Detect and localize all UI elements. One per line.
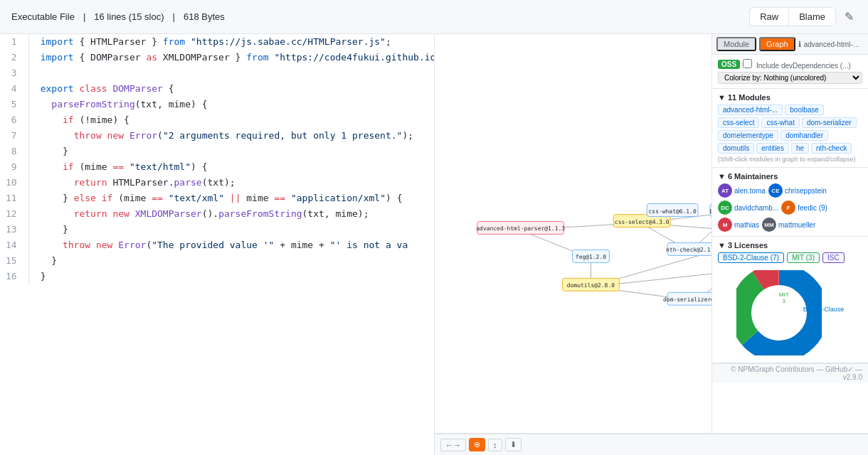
line-code: if (!mime) { [28, 112, 434, 128]
module-tag[interactable]: boolbase [785, 105, 824, 115]
maintainers-title[interactable]: ▼ 6 Maintainers [718, 172, 862, 181]
line-number: 4 [0, 81, 28, 97]
maintainer[interactable]: Mmathias [718, 218, 759, 232]
table-row: 4export class DOMParser { [0, 81, 434, 97]
line-number: 5 [0, 97, 28, 112]
devdeps-label[interactable]: Include devDependencies (...) [743, 59, 851, 70]
file-size: 618 Bytes [184, 11, 225, 22]
license-tags: BSD-2-Clause (7)MIT (3)ISC [718, 252, 862, 263]
table-row: 14 throw new Error("The provided value '… [0, 237, 434, 253]
blame-button[interactable]: Blame [788, 7, 836, 26]
line-number: 7 [0, 128, 28, 144]
line-number: 10 [0, 175, 28, 191]
module-tag[interactable]: entities [756, 143, 789, 154]
line-code: } else if (mime == "text/xml" || mime ==… [28, 191, 434, 206]
table-row: 9 if (mime == "text/html") { [0, 159, 434, 175]
table-row: 7 throw new Error("2 arguments required,… [0, 128, 434, 144]
donut-chart-container: MIT3 BSD-2-Clause [718, 267, 862, 358]
module-tag[interactable]: he [791, 143, 809, 154]
graph-area[interactable]: advanced-html-parser@1.1.3 css-select@4.… [435, 34, 711, 433]
tab-module-button[interactable]: Module [716, 37, 756, 51]
svg-text:dom-serializer@1.4.1: dom-serializer@1.4.1 [663, 296, 711, 303]
avatar: AT [718, 183, 732, 198]
maintainer[interactable]: DCdavidchamb... [718, 200, 778, 215]
line-number: 1 [0, 34, 28, 50]
code-panel[interactable]: 1import { HTMLParser } from "https://js.… [0, 34, 434, 455]
module-tag[interactable]: css-what [761, 117, 799, 128]
maintainer-name: chriseppstein [785, 187, 827, 195]
maintainer-name: mathias [734, 221, 759, 229]
oss-badge: OSS [718, 60, 740, 69]
line-code: parseFromString(txt, mime) { [28, 97, 434, 112]
maintainer[interactable]: MMmattmueller [762, 218, 815, 232]
zoom-out-button[interactable]: ↕ [488, 439, 502, 451]
avatar: M [718, 218, 732, 232]
header-actions: Raw Blame ✎ [749, 7, 857, 26]
modules-section: ▼ 11 Modules advanced-html-...boolbasecs… [712, 89, 868, 168]
module-tag[interactable]: domhandler [780, 130, 828, 141]
graph-container: advanced-html-parser@1.1.3 css-select@4.… [435, 34, 868, 434]
table-row: 6 if (!mime) { [0, 112, 434, 128]
table-row: 8 } [0, 144, 434, 159]
line-count: 16 lines (15 sloc) [94, 11, 164, 22]
reset-button[interactable]: ←→ [440, 439, 466, 451]
licenses-title[interactable]: ▼ 3 Licenses [718, 241, 862, 250]
maintainer-name: davidchamb... [734, 204, 778, 212]
info-panel: Module Graph ℹ advanced-html-parser OSS … [711, 34, 868, 433]
modules-title[interactable]: ▼ 11 Modules [718, 93, 862, 102]
maintainer-name: mattmueller [778, 221, 815, 229]
maintainer[interactable]: CEchriseppstein [768, 183, 827, 198]
zoom-in-button[interactable]: ⊕ [469, 438, 485, 451]
line-code: } [28, 269, 434, 284]
module-tag[interactable]: domelementype [718, 130, 778, 141]
edit-button[interactable]: ✎ [842, 7, 857, 26]
maintainer-name: alen.toma [734, 187, 766, 195]
module-tags: advanced-html-...boolbasecss-selectcss-w… [718, 105, 862, 154]
table-row: 10 return HTMLParser.parse(txt); [0, 175, 434, 191]
avatar: F [781, 200, 795, 215]
maintainers-section: ▼ 6 Maintainers ATalen.tomaCEchriseppste… [712, 168, 868, 237]
module-tag[interactable]: css-select [718, 117, 759, 128]
colorize-select[interactable]: Colorize by: Nothing (uncolored) [718, 72, 862, 84]
line-code: return new XMLDOMParser().parseFromStrin… [28, 206, 434, 222]
footer: © NPMGraph Contributors — GitHub✓ — v2.9… [712, 363, 868, 382]
module-tag[interactable]: nth-check [811, 143, 852, 154]
info-header: Module Graph ℹ advanced-html-parser [712, 34, 868, 55]
download-button[interactable]: ⬇ [505, 438, 522, 451]
table-row: 16} [0, 269, 434, 284]
avatar: MM [762, 218, 776, 232]
svg-text:feg@1.2.0: feg@1.2.0 [576, 254, 606, 260]
maintainer[interactable]: Ffeedic (9) [781, 200, 827, 215]
dependency-graph: advanced-html-parser@1.1.3 css-select@4.… [435, 34, 711, 433]
line-number: 12 [0, 206, 28, 222]
devdeps-checkbox[interactable] [743, 59, 752, 68]
line-number: 11 [0, 191, 28, 206]
license-tag[interactable]: ISC [822, 252, 845, 263]
licenses-section: ▼ 3 Licenses BSD-2-Clause (7)MIT (3)ISC [712, 237, 868, 363]
maintainer[interactable]: ATalen.toma [718, 183, 766, 198]
tab-graph-button[interactable]: Graph [759, 37, 795, 51]
line-number: 13 [0, 222, 28, 237]
table-row: 2import { DOMParser as XMLDOMParser } fr… [0, 50, 434, 65]
module-tag[interactable]: domutils [718, 143, 754, 154]
info-icon[interactable]: ℹ [798, 40, 801, 49]
line-code: } [28, 253, 434, 269]
license-tag[interactable]: MIT (3) [787, 252, 820, 263]
avatar: CE [768, 183, 783, 198]
svg-text:css-select@4.3.0: css-select@4.3.0 [615, 219, 669, 225]
module-tag[interactable]: dom-serializer [802, 117, 857, 128]
include-devdeps-section: OSS Include devDependencies (...) Colori… [712, 55, 868, 89]
license-tag[interactable]: BSD-2-Clause (7) [718, 252, 784, 263]
module-tag[interactable]: advanced-html-... [718, 105, 783, 115]
modules-hint: (Shift-click modules in graph to expand/… [718, 156, 862, 163]
main-area: 1import { HTMLParser } from "https://js.… [0, 34, 868, 455]
line-code: } [28, 144, 434, 159]
table-row: 15 } [0, 253, 434, 269]
line-number: 8 [0, 144, 28, 159]
raw-button[interactable]: Raw [749, 7, 788, 26]
svg-text:domutils@2.8.0: domutils@2.8.0 [567, 282, 615, 289]
code-table: 1import { HTMLParser } from "https://js.… [0, 34, 434, 284]
file-header: Executable File | 16 lines (15 sloc) | 6… [0, 0, 868, 34]
line-code: } [28, 222, 434, 237]
line-number: 2 [0, 50, 28, 65]
